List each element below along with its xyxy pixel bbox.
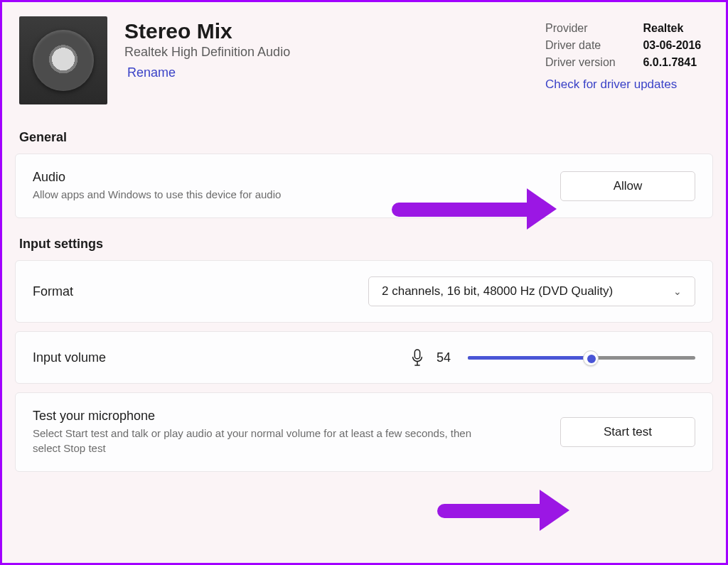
test-mic-label: Test your microphone: [33, 409, 488, 424]
provider-label: Provider: [545, 22, 623, 35]
device-title: Stereo Mix: [124, 19, 528, 43]
format-value: 2 channels, 16 bit, 48000 Hz (DVD Qualit…: [382, 284, 613, 298]
input-volume-slider[interactable]: [468, 350, 695, 365]
audio-label: Audio: [33, 170, 281, 185]
chevron-down-icon: ⌄: [673, 286, 682, 297]
input-volume-card: Input volume 54: [15, 331, 713, 384]
check-driver-updates-link[interactable]: Check for driver updates: [545, 77, 709, 92]
allow-button[interactable]: Allow: [560, 171, 695, 201]
annotation-arrow-icon: [437, 500, 569, 521]
audio-permission-card: Audio Allow apps and Windows to use this…: [15, 154, 713, 218]
test-mic-desc: Select Start test and talk or play audio…: [33, 426, 488, 456]
start-test-button[interactable]: Start test: [560, 417, 695, 447]
provider-value: Realtek: [643, 22, 709, 35]
rename-link[interactable]: Rename: [127, 65, 176, 80]
driver-version-value: 6.0.1.7841: [643, 56, 709, 69]
format-label: Format: [33, 284, 73, 299]
section-title-input: Input settings: [19, 237, 713, 252]
input-volume-label: Input volume: [33, 350, 106, 365]
svg-rect-0: [414, 350, 419, 359]
audio-desc: Allow apps and Windows to use this devic…: [33, 188, 281, 202]
driver-version-label: Driver version: [545, 56, 623, 69]
test-mic-card: Test your microphone Select Start test a…: [15, 392, 713, 472]
driver-date-value: 03-06-2016: [643, 39, 709, 52]
section-title-general: General: [19, 130, 713, 145]
input-volume-value: 54: [437, 350, 456, 365]
microphone-icon: [410, 348, 425, 367]
device-icon: [19, 16, 107, 104]
format-card: Format 2 channels, 16 bit, 48000 Hz (DVD…: [15, 260, 713, 323]
speaker-icon: [33, 30, 94, 91]
format-dropdown[interactable]: 2 channels, 16 bit, 48000 Hz (DVD Qualit…: [368, 276, 695, 306]
driver-date-label: Driver date: [545, 39, 623, 52]
device-subtitle: Realtek High Definition Audio: [124, 45, 528, 60]
